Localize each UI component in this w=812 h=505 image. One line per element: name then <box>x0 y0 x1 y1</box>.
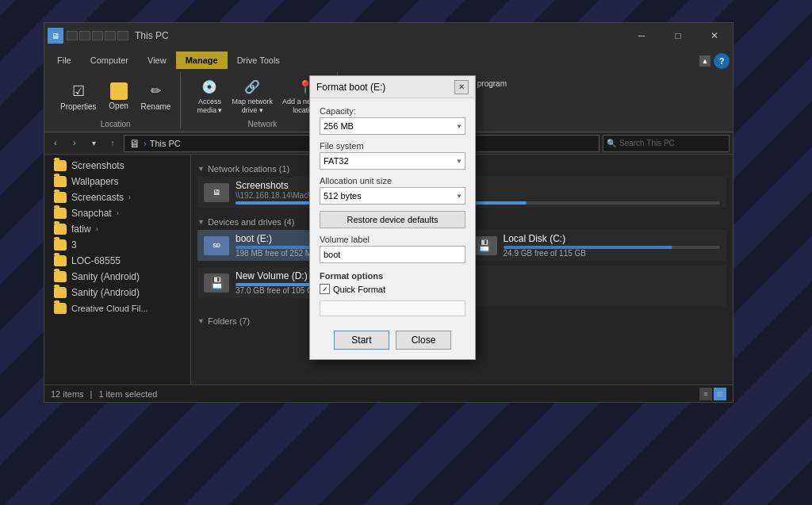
hdd-icon: 💾 <box>204 274 229 293</box>
sidebar-item-loc[interactable]: LOC-68555 <box>44 253 190 269</box>
ribbon-group-location: ☑ Properties Open ✏ Rename Location <box>51 72 181 128</box>
sidebar: Screenshots Wallpapers Screencasts › Sna… <box>44 155 191 384</box>
quick-access <box>67 31 128 40</box>
folder-icon <box>54 303 67 314</box>
quick-format-checkbox[interactable]: ✓ <box>320 284 330 294</box>
folder-icon <box>54 255 67 266</box>
dialog-footer: Start Close <box>310 324 475 359</box>
sidebar-item-fatiw[interactable]: fatiw › <box>44 221 190 237</box>
capacity-label: Capacity: <box>320 106 465 116</box>
network-progress <box>236 201 720 205</box>
dialog-title-bar: Format boot (E:) ✕ <box>310 76 475 98</box>
sidebar-item-creative-cloud[interactable]: Creative Cloud Fil... <box>44 300 190 316</box>
window-controls: ─ □ ✕ <box>623 23 733 48</box>
allocation-select-wrapper: 512 bytes ▼ <box>320 187 465 205</box>
open-button[interactable]: Open <box>103 81 135 112</box>
title-text: This PC <box>135 30 169 41</box>
qa-btn-1[interactable] <box>67 31 78 40</box>
minimize-button[interactable]: ─ <box>623 23 660 48</box>
location-buttons: ☑ Properties Open ✏ Rename <box>57 74 174 118</box>
folder-icon <box>54 239 67 251</box>
folder-icon <box>54 271 67 282</box>
network-label: Network <box>248 118 278 128</box>
format-options-label: Format options <box>320 271 465 281</box>
rename-button[interactable]: ✏ Rename <box>138 80 174 113</box>
restore-defaults-button[interactable]: Restore device defaults <box>320 211 465 228</box>
dialog-title: Format boot (E:) <box>316 82 454 93</box>
tab-manage[interactable]: Manage <box>176 52 228 69</box>
search-icon: 🔍 <box>607 139 616 147</box>
local-disk-info: Local Disk (C:) 24.9 GB free of 115 GB <box>504 233 721 258</box>
capacity-select-wrapper: 256 MB ▼ <box>320 117 465 135</box>
sidebar-item-3[interactable]: 3 <box>44 237 190 253</box>
forward-button[interactable]: › <box>67 136 82 151</box>
capacity-select[interactable]: 256 MB <box>320 117 465 135</box>
help-button[interactable]: ? <box>714 53 730 69</box>
map-network-button[interactable]: 🔗 Map networkdrive ▾ <box>228 75 276 117</box>
extra-options-area <box>320 300 465 316</box>
sidebar-item-screenshots[interactable]: Screenshots <box>44 158 190 174</box>
filesystem-label: File system <box>320 141 465 151</box>
search-box[interactable]: 🔍 Search This PC <box>603 135 730 152</box>
view-controls: ≡ ⊞ <box>699 388 726 400</box>
grid-view-btn[interactable]: ⊞ <box>714 388 726 400</box>
list-item[interactable]: 💾 Local Disk (C:) 24.9 GB free of 115 GB <box>465 230 727 261</box>
dialog-body: Capacity: 256 MB ▼ File system FAT32 ▼ A… <box>310 98 475 324</box>
volume-label-input[interactable] <box>320 246 465 263</box>
back-button[interactable]: ‹ <box>48 136 63 151</box>
sidebar-item-snapchat[interactable]: Snapchat › <box>44 205 190 221</box>
folder-icon <box>54 192 67 203</box>
allocation-field: Allocation unit size 512 bytes ▼ <box>320 176 465 205</box>
tab-computer[interactable]: Computer <box>81 52 138 69</box>
up-button[interactable]: ↑ <box>105 136 121 151</box>
sidebar-item-wallpapers[interactable]: Wallpapers <box>44 174 190 189</box>
tab-view[interactable]: View <box>138 52 176 69</box>
collapse-arrow[interactable]: ▼ <box>197 218 205 226</box>
recent-button[interactable]: ▾ <box>86 136 102 151</box>
filesystem-field: File system FAT32 ▼ <box>320 141 465 170</box>
folder-icon <box>54 160 67 171</box>
sidebar-item-screencasts[interactable]: Screencasts › <box>44 189 190 205</box>
usb-drive-icon: SD <box>204 236 229 255</box>
collapse-arrow[interactable]: ▼ <box>197 165 205 173</box>
folder-icon <box>54 224 67 235</box>
maximize-button[interactable]: □ <box>660 23 696 48</box>
properties-button[interactable]: ☑ Properties <box>57 80 100 113</box>
close-button[interactable]: ✕ <box>696 23 733 48</box>
qa-btn-2[interactable] <box>79 31 90 40</box>
window-icon: 🖥 <box>48 28 63 44</box>
qa-btn-3[interactable] <box>92 31 103 40</box>
close-dialog-button[interactable]: Close <box>396 331 451 350</box>
folder-icon <box>54 176 67 187</box>
status-bar: 12 items | 1 item selected ≡ ⊞ <box>44 384 733 402</box>
dialog-close-button[interactable]: ✕ <box>454 80 469 94</box>
folder-icon <box>54 287 67 298</box>
start-button[interactable]: Start <box>334 331 389 350</box>
list-view-btn[interactable]: ≡ <box>699 388 712 400</box>
format-dialog: Format boot (E:) ✕ Capacity: 256 MB ▼ Fi… <box>309 75 476 360</box>
filesystem-select[interactable]: FAT32 <box>320 152 465 170</box>
collapse-arrow[interactable]: ▼ <box>197 317 205 325</box>
folder-icon <box>54 208 67 219</box>
qa-btn-4[interactable] <box>105 31 116 40</box>
allocation-select[interactable]: 512 bytes <box>320 187 465 205</box>
sidebar-item-sanity2[interactable]: Sanity (Android) <box>44 285 190 300</box>
network-drive-icon: 🖥 <box>204 183 229 202</box>
qa-btn-5[interactable] <box>117 31 128 40</box>
volume-label-text: Volume label <box>320 235 465 244</box>
right-drives: 💾 Local Disk (C:) 24.9 GB free of 115 GB <box>465 228 727 307</box>
format-options-section: Format options ✓ Quick Format <box>320 270 465 294</box>
network-item-info: Screenshots \\192.168.18.14\Mac\Users\fa… <box>236 180 720 205</box>
quick-format-label: Quick Format <box>333 285 385 294</box>
capacity-field: Capacity: 256 MB ▼ <box>320 106 465 135</box>
access-media-button[interactable]: 💿 Accessmedia ▾ <box>193 75 225 117</box>
tab-drive-tools[interactable]: Drive Tools <box>228 52 289 69</box>
quick-format-row: ✓ Quick Format <box>320 284 465 294</box>
check-icon: ✓ <box>322 285 328 293</box>
tab-file[interactable]: File <box>48 52 81 69</box>
placeholder-drive <box>465 266 727 307</box>
volume-label-field: Volume label <box>320 235 465 263</box>
collapse-ribbon-btn[interactable]: ▲ <box>699 55 710 67</box>
title-bar: 🖥 This PC ─ □ ✕ <box>44 23 733 48</box>
sidebar-item-sanity1[interactable]: Sanity (Android) <box>44 269 190 285</box>
